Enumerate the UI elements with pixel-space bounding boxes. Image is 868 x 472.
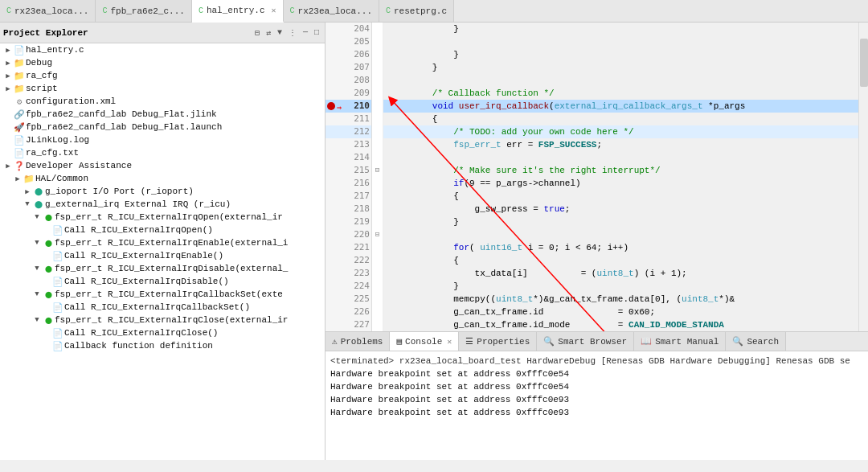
tree-arrow[interactable]: ▼ (32, 213, 42, 221)
tree-arrow[interactable]: ▶ (23, 187, 32, 196)
line-222: 222 (326, 254, 371, 267)
smart-manual-icon: 📖 (641, 336, 652, 347)
c-file-icon5: C (386, 6, 391, 15)
code-line-210: void user_irq_callback(external_irq_call… (383, 100, 858, 113)
tree-item-callback-def[interactable]: ▶ 📄 Callback function definition (0, 339, 325, 352)
line-224: 224 (326, 280, 371, 293)
collapse-empty (372, 113, 383, 125)
tab-console[interactable]: ▤ Console ✕ (390, 332, 459, 351)
file-icon: 📄 (51, 250, 64, 261)
tree-item-fpb-jlink[interactable]: ▶ 🔗 fpb_ra6e2_canfd_lab Debug_Flat.jlink (0, 108, 325, 121)
link-editor-btn[interactable]: ⇄ (264, 27, 273, 39)
tree-item-call-callback[interactable]: ▶ 📄 Call R_ICU_ExternalIrqCallbackSet() (0, 301, 325, 314)
console-close-btn[interactable]: ✕ (447, 337, 452, 347)
tree-item-dev-assistance[interactable]: ▶ ❓ Developer Assistance (0, 159, 325, 172)
line-216: 216 (326, 177, 371, 190)
code-line-221: for( uint16_t i = 0; i < 64; i++) (383, 241, 858, 254)
tree-arrow[interactable]: ▶ (3, 59, 13, 68)
tree-item-fsp-err-disable[interactable]: ▼ ⬤ fsp_err_t R_ICU_ExternalIrqDisable(e… (0, 262, 325, 275)
c-file-icon4: C (290, 6, 295, 15)
tree-item-fsp-err-enable[interactable]: ▼ ⬤ fsp_err_t R_ICU_ExternalIrqEnable(ex… (0, 236, 325, 249)
tab-hal-entry[interactable]: C hal_entry.c ✕ (192, 0, 284, 23)
console-line-1: <terminated> rx23ea_local_board_test Har… (330, 355, 863, 367)
collapse-column: ⊟ ⊟ (372, 23, 383, 331)
tab-close-hal-entry[interactable]: ✕ (272, 6, 276, 15)
tab-rx23ea-local2[interactable]: C rx23ea_loca... (284, 0, 379, 22)
tab-properties[interactable]: ☰ Properties (459, 332, 537, 351)
tree-arrow[interactable]: ▼ (32, 290, 42, 298)
tree-item-config-xml[interactable]: ▶ ⚙ configuration.xml (0, 95, 325, 108)
dot-icon: ⬤ (42, 263, 55, 274)
tree-arrow[interactable]: ▼ (32, 265, 42, 273)
tree-label: hal_entry.c (26, 45, 84, 55)
app-container: C rx23ea_loca... C fpb_ra6e2_c... C hal_… (0, 0, 868, 460)
tab-smart-browser[interactable]: 🔍 Smart Browser (537, 332, 634, 351)
tree-item-fsp-err-callback[interactable]: ▼ ⬤ fsp_err_t R_ICU_ExternalIrqCallbackS… (0, 288, 325, 301)
code-line-220 (383, 228, 858, 241)
scrollbar-thumb[interactable] (860, 39, 868, 87)
tree-arrow[interactable]: ▶ (3, 72, 13, 80)
code-wrapper: 204 205 206 207 208 209 ⇒ 210 211 212 21… (326, 23, 868, 331)
editor-tabs: C rx23ea_loca... C fpb_ra6e2_c... C hal_… (0, 0, 868, 23)
code-line-224: } (383, 280, 858, 293)
tree-label: Call R_ICU_ExternalIrqClose() (64, 328, 218, 338)
tree-item-g-external-irq[interactable]: ▼ ⬤ g_external_irq External IRQ (r_icu) (0, 198, 325, 211)
tree-item-call-disable[interactable]: ▶ 📄 Call R_ICU_ExternalIrqDisable() (0, 275, 325, 288)
tree-item-fpb-launch[interactable]: ▶ 🚀 fpb_ra6e2_canfd_lab Debug_Flat.launc… (0, 121, 325, 133)
tree-item-script[interactable]: ▶ 📁 script (0, 82, 325, 95)
tree-item-g-ioport[interactable]: ▶ ⬤ g_ioport I/O Port (r_ioport) (0, 185, 325, 198)
folder-icon: 📁 (13, 83, 26, 94)
code-line-207: } (383, 61, 858, 74)
tree-arrow[interactable]: ▶ (3, 162, 13, 170)
project-explorer-title: Project Explorer (3, 28, 252, 38)
collapse-all-btn[interactable]: ⊟ (252, 27, 262, 39)
tree-arrow[interactable]: ▼ (32, 316, 42, 324)
tree-arrow[interactable]: ▼ (23, 200, 32, 208)
code-line-218: g_sw_press = true; (383, 203, 858, 215)
tree-label: Call R_ICU_ExternalIrqOpen() (64, 225, 213, 235)
collapse-empty (372, 61, 383, 74)
tree-item-call-open[interactable]: ▶ 📄 Call R_ICU_ExternalIrqOpen() (0, 224, 325, 236)
tab-smart-manual[interactable]: 📖 Smart Manual (634, 332, 726, 351)
tree-item-jlinklog[interactable]: ▶ 📄 JLinkLog.log (0, 133, 325, 146)
tree-item-ra-cfg[interactable]: ▶ 📁 ra_cfg (0, 69, 325, 82)
tab-search[interactable]: 🔍 Search (726, 332, 786, 351)
tab-problems[interactable]: ⚠ Problems (326, 332, 390, 351)
tab-label: Problems (341, 337, 383, 347)
tree-item-ra-cfg-txt[interactable]: ▶ 📄 ra_cfg.txt (0, 146, 325, 159)
tree-arrow[interactable]: ▶ (13, 174, 23, 183)
tree-item-hal-entry[interactable]: ▶ 📄 hal_entry.c (0, 43, 325, 56)
project-tree: ▶ 📄 hal_entry.c ▶ 📁 Debug ▶ 📁 ra_cfg (0, 43, 325, 460)
view-menu-btn[interactable]: ⋮ (286, 27, 299, 39)
console-area: <terminated> rx23ea_local_board_test Har… (326, 351, 868, 460)
tab-label: Search (747, 337, 779, 347)
collapse-btn-221[interactable]: ⊟ (372, 228, 383, 241)
maximize-btn[interactable]: □ (312, 27, 321, 39)
collapse-empty (372, 151, 383, 164)
code-line-223: tx_data[i] = (uint8_t) (i + 1); (383, 267, 858, 280)
tab-resetprg[interactable]: C resetprg.c (379, 0, 454, 22)
minimize-btn[interactable]: ─ (301, 27, 310, 39)
vertical-scrollbar[interactable] (858, 23, 868, 331)
tree-item-hal-common[interactable]: ▶ 📁 HAL/Common (0, 172, 325, 185)
line-211: 211 (326, 113, 371, 125)
filter-btn[interactable]: ▼ (275, 27, 285, 39)
tree-arrow[interactable]: ▶ (3, 84, 13, 93)
line-213: 213 (326, 138, 371, 151)
tab-rx23ea-local1[interactable]: C rx23ea_loca... (0, 0, 96, 22)
c-file-icon: C (6, 6, 11, 15)
line-227: 227 (326, 318, 371, 331)
tree-item-debug[interactable]: ▶ 📁 Debug (0, 56, 325, 69)
tree-item-call-close[interactable]: ▶ 📄 Call R_ICU_ExternalIrqClose() (0, 326, 325, 339)
tree-arrow[interactable]: ▼ (32, 239, 42, 247)
collapse-empty (372, 254, 383, 267)
tree-item-fsp-err-close[interactable]: ▼ ⬤ fsp_err_t R_ICU_ExternalIrqClose(ext… (0, 314, 325, 326)
tab-fpb-ra6e2[interactable]: C fpb_ra6e2_c... (96, 0, 191, 22)
tree-arrow[interactable]: ▶ (3, 46, 13, 55)
tree-label: Call R_ICU_ExternalIrqDisable() (64, 277, 229, 286)
tree-item-call-enable[interactable]: ▶ 📄 Call R_ICU_ExternalIrqEnable() (0, 249, 325, 262)
collapse-btn-216[interactable]: ⊟ (372, 164, 383, 177)
tree-item-fsp-err-open[interactable]: ▼ ⬤ fsp_err_t R_ICU_ExternalIrqOpen(exte… (0, 211, 325, 224)
file-icon: 📄 (51, 302, 64, 313)
launch-icon: 🚀 (13, 121, 26, 133)
